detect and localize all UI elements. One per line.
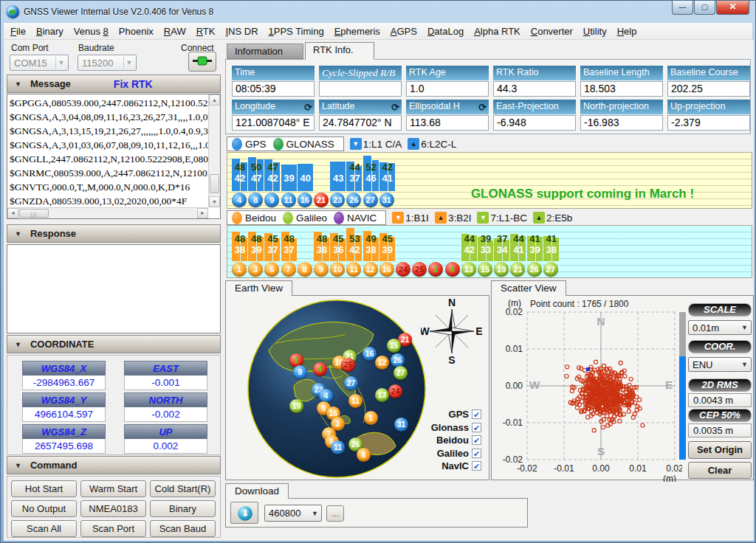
earth-view-tab[interactable]: Earth View <box>225 280 292 296</box>
message-hscrollbar[interactable]: ◄ ||| ► <box>7 207 208 218</box>
constellation-toggle-navic[interactable]: NavIC✔ <box>415 460 481 473</box>
menu-item-ephemeris[interactable]: Ephemeris <box>329 24 385 39</box>
hot-start-button[interactable]: Hot Start <box>11 480 77 497</box>
rms-button[interactable]: 2D RMS <box>688 378 752 392</box>
coor-select[interactable]: ENU ▼ <box>688 357 752 372</box>
menu-item-1pps-timing[interactable]: 1PPS Timing <box>264 24 329 39</box>
snr-value-secondary: 33 <box>478 244 494 255</box>
chevron-down-icon: ▼ <box>55 57 66 69</box>
menu-item-phoenix[interactable]: Phoenix <box>114 24 159 39</box>
rtk-field-baseline-course: Baseline Course202.25 <box>667 66 750 97</box>
snr-value-primary: 42 <box>379 162 396 173</box>
browse-button[interactable]: ... <box>326 505 344 522</box>
close-button[interactable]: ✕ <box>716 1 749 15</box>
no-output-button[interactable]: No Output <box>11 500 77 517</box>
checkbox-label: NavIC <box>441 460 469 471</box>
menu-item-datalog[interactable]: DataLog <box>422 24 469 39</box>
menu-item-rtk[interactable]: RTK <box>191 24 221 39</box>
title-bar[interactable]: GNSS Viewer Internal Use V2.0.406 for Ve… <box>1 1 755 23</box>
refresh-icon[interactable]: ⟳ <box>478 100 487 114</box>
scan-baud-button[interactable]: Scan Baud <box>150 520 216 537</box>
svg-text:E: E <box>475 325 482 337</box>
snr-value-secondary: 36 <box>330 244 346 255</box>
constellation-toggle-beidou[interactable]: Beidou✔ <box>415 434 481 447</box>
menu-item-agps[interactable]: AGPS <box>385 24 422 39</box>
baudrate-select[interactable]: 115200 ▼ <box>78 55 137 71</box>
tab-information[interactable]: Information <box>227 44 303 59</box>
response-panel-header[interactable]: ▼ Response <box>7 224 221 243</box>
download-baudrate-select[interactable]: 460800 ▼ <box>264 505 322 522</box>
com-port-label: Com Port <box>11 43 49 53</box>
cold-start-r-button[interactable]: Cold Start(R) <box>150 480 216 497</box>
rtk-field-label: Baseline Length <box>580 66 663 80</box>
scroll-up-icon[interactable]: ▲ <box>209 94 220 106</box>
set-origin-button[interactable]: Set Origin <box>688 441 752 459</box>
clear-button[interactable]: Clear <box>688 462 752 479</box>
rtk-field-latitude: Latitude⟳24.7847702° N <box>319 100 402 131</box>
prn-ball: 10 <box>330 262 345 277</box>
scatter-view-tab[interactable]: Scatter View <box>491 280 566 296</box>
checkbox-icon[interactable]: ✔ <box>472 423 481 432</box>
tab-rtk-info[interactable]: RTK Info. <box>305 42 374 60</box>
menu-item-alpha-rtk[interactable]: Alpha RTK <box>469 24 526 39</box>
coordinate-field-value: -2984963.667 <box>22 376 106 390</box>
scroll-left-icon[interactable]: ◄ <box>7 208 18 218</box>
navic-dot-icon <box>334 212 344 224</box>
scale-button[interactable]: SCALE <box>688 303 752 317</box>
collapse-icon: ▼ <box>15 462 21 469</box>
snr-value-secondary: 39 <box>281 173 298 184</box>
command-panel-header[interactable]: ▼ Command <box>7 456 221 474</box>
coor-button[interactable]: COOR. <box>688 340 752 353</box>
checkbox-icon[interactable]: ✔ <box>472 461 481 471</box>
checkbox-icon[interactable]: ✔ <box>472 409 481 419</box>
menu-item-utility[interactable]: Utility <box>578 24 612 39</box>
scroll-down-icon[interactable]: ▼ <box>209 196 220 207</box>
warm-start-button[interactable]: Warm Start <box>80 480 146 497</box>
refresh-icon[interactable]: ⟳ <box>391 100 399 114</box>
menu-item-file[interactable]: File <box>5 24 31 39</box>
maximize-button[interactable]: ▢ <box>694 1 715 15</box>
scan-all-button[interactable]: Scan All <box>11 520 77 537</box>
beidou-dot-icon <box>232 212 242 224</box>
hscroll-thumb[interactable]: ||| <box>19 209 49 218</box>
download-tab[interactable]: Download <box>225 483 289 499</box>
message-output-box[interactable]: $GPGGA,080539.000,2447.0862112,N,12100.5… <box>7 94 221 219</box>
elevation-indicator[interactable] <box>679 312 686 460</box>
nmea0183-button[interactable]: NMEA0183 <box>80 500 146 517</box>
coordinate-panel-header[interactable]: ▼ COORDINATE <box>7 335 221 353</box>
earth-satellite-11: 11 <box>348 394 362 408</box>
nmea-line: $GNGLL,2447.0862112,N,12100.5222908,E,08… <box>7 152 208 166</box>
checkbox-icon[interactable]: ✔ <box>472 435 481 445</box>
message-vscrollbar[interactable]: ▲ ▼ <box>208 94 220 207</box>
prn-ball: 21 <box>314 193 329 207</box>
constellation-toggle-galileo[interactable]: Galileo✔ <box>415 447 481 460</box>
com-port-select[interactable]: COM15 ▼ <box>10 55 69 71</box>
checkbox-icon[interactable]: ✔ <box>472 449 481 458</box>
connect-button[interactable] <box>188 52 216 72</box>
menu-item-converter[interactable]: Converter <box>526 24 578 39</box>
prn-ball: 4 <box>445 262 460 277</box>
menu-item-ins-dr[interactable]: INS DR <box>220 24 263 39</box>
menu-item-raw[interactable]: RAW <box>159 24 191 39</box>
scroll-right-icon[interactable]: ► <box>197 208 208 218</box>
signal-label: 6:L2C-L <box>421 139 456 150</box>
message-panel-header[interactable]: ▼ Message Fix RTK <box>7 75 221 93</box>
scale-select[interactable]: 0.01m ▼ <box>688 320 752 335</box>
rtk-field-baseline-length: Baseline Length18.503 <box>580 66 663 97</box>
earth-satellite-11: 11 <box>331 440 345 454</box>
menu-item-help[interactable]: Help <box>612 24 642 39</box>
vscroll-thumb[interactable] <box>210 174 219 193</box>
scan-port-button[interactable]: Scan Port <box>80 520 146 537</box>
menu-item-binary[interactable]: Binary <box>31 24 69 39</box>
minimize-button[interactable]: — <box>672 1 693 15</box>
response-output-box[interactable] <box>7 244 221 333</box>
signal-label: 1:B1I <box>405 212 429 224</box>
cep-button[interactable]: CEP 50% <box>688 409 752 422</box>
prn-ball: 27 <box>363 193 378 207</box>
binary-button[interactable]: Binary <box>150 500 216 517</box>
constellation-toggle-gps[interactable]: GPS✔ <box>415 408 481 421</box>
constellation-toggle-glonass[interactable]: Glonass✔ <box>415 421 481 435</box>
menu-item-venus-8[interactable]: Venus 8 <box>69 24 114 39</box>
refresh-icon[interactable]: ⟳ <box>304 100 312 114</box>
download-button[interactable]: ⬇ <box>230 502 258 524</box>
